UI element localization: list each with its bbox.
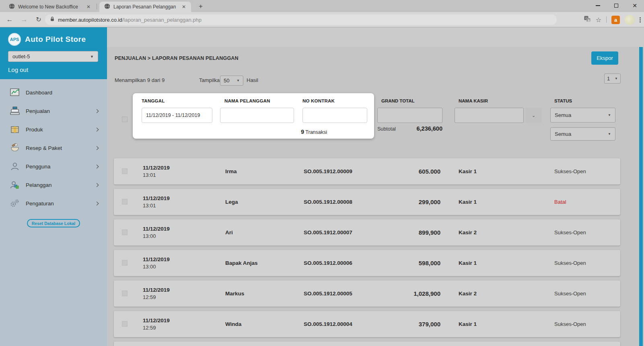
table-row[interactable]: 11/12/2019 13:00 Ari SO.005.1912.00007 8…: [114, 219, 620, 246]
page-number-select[interactable]: 1 ▼: [604, 74, 621, 84]
row-checkbox[interactable]: [122, 321, 128, 327]
row-checkbox[interactable]: [122, 229, 128, 235]
cell-grand-total: 605.000: [375, 158, 440, 184]
outlet-select-value: outlet-5: [12, 53, 30, 59]
table-row[interactable]: 11/12/2019 13:01 Irma SO.005.1912.00009 …: [114, 158, 620, 184]
select-all-checkbox[interactable]: [122, 117, 128, 122]
browser-menu-icon[interactable]: [640, 17, 641, 23]
table-row[interactable]: 11/12/2019 12:59 Winda SO.005.1912.00004…: [114, 311, 620, 337]
cashier-name-input[interactable]: [455, 108, 524, 123]
aps-logo-icon: APS: [8, 33, 21, 46]
table-row[interactable]: 11/12/2019 13:00 Bapak Anjas SO.005.1912…: [114, 250, 620, 276]
page-scrollbar[interactable]: [639, 47, 643, 346]
column-header-nama-pelanggan: NAMA PELANGGAN: [224, 98, 270, 103]
outlet-select[interactable]: outlet-5 ▼: [8, 51, 98, 62]
reload-button[interactable]: ↻: [34, 15, 43, 25]
forward-button[interactable]: →: [19, 15, 29, 25]
contract-number-input[interactable]: [302, 108, 367, 123]
cell-grand-total: 598,000: [375, 250, 440, 276]
column-header-no-kontrak: NO KONTRAK: [302, 98, 335, 103]
tab-close-icon[interactable]: ✕: [181, 4, 187, 10]
bookmark-star-icon[interactable]: ☆: [596, 16, 601, 24]
order-time: 13:00: [143, 264, 156, 270]
cell-grand-total: 379,000: [375, 311, 440, 337]
mortar-pestle-icon: [9, 143, 21, 153]
extension-icon[interactable]: a: [611, 16, 620, 24]
tab-laporan-pesanan[interactable]: Laporan Pesanan Pelanggan ✕: [99, 2, 191, 12]
cell-cashier: Kasir 2: [459, 280, 477, 307]
cell-status: Sukses-Open: [554, 311, 586, 337]
subtotal-value: 6,236,600: [395, 125, 442, 132]
cashier-dropdown-button[interactable]: ⌄: [525, 108, 542, 123]
orders-table: 11/12/2019 13:01 Irma SO.005.1912.00009 …: [114, 158, 620, 342]
profile-avatar[interactable]: [625, 15, 635, 25]
window-restore-button[interactable]: [607, 0, 625, 11]
window-minimize-button[interactable]: [588, 0, 607, 11]
browser-tab-strip: Welcome to New Backoffice ✕ Laporan Pesa…: [0, 0, 644, 12]
export-button[interactable]: Ekspor: [591, 51, 618, 65]
page-number-value: 1: [607, 76, 610, 82]
transaction-count-number: 9: [301, 129, 304, 135]
cell-grand-total: 899,900: [375, 219, 440, 246]
page-size-label: Tampilkan: [199, 77, 223, 83]
tab-close-icon[interactable]: ✕: [85, 4, 92, 10]
grand-total-input[interactable]: [377, 108, 442, 123]
sidebar-item-penjualan[interactable]: Penjualan: [0, 102, 107, 120]
cell-contract-number: SO.005.1912.00004: [304, 311, 352, 337]
table-row[interactable]: 11/12/2019 13:01 Lega SO.005.1912.00008 …: [114, 189, 620, 215]
sidebar-item-produk[interactable]: Produk: [0, 120, 107, 139]
cell-date: 11/12/2019 12:59: [143, 280, 170, 307]
transaction-count-label: Transaksi: [305, 129, 327, 135]
filter-popup: TANGGAL NAMA PELANGGAN NO KONTRAK 9 Tran…: [133, 93, 374, 139]
order-date: 11/12/2019: [143, 226, 170, 232]
window-close-button[interactable]: ✕: [625, 0, 644, 11]
chevron-down-icon: ▼: [615, 77, 618, 80]
chevron-down-icon: ▼: [237, 79, 240, 82]
customer-name-input[interactable]: [220, 108, 294, 123]
sidebar-item-pelanggan[interactable]: Pelanggan: [0, 176, 107, 194]
logout-link[interactable]: Log out: [8, 66, 99, 73]
sidebar-item-resep-paket[interactable]: Resep & Paket: [0, 139, 107, 157]
row-checkbox[interactable]: [122, 199, 128, 205]
showing-count-text: Menampilkan 9 dari 9: [115, 77, 165, 83]
top-band: [107, 27, 644, 47]
sidebar-item-pengaturan[interactable]: Pengaturan: [0, 194, 107, 213]
back-button[interactable]: ←: [5, 15, 14, 25]
sidebar-item-label: Resep & Paket: [26, 145, 62, 151]
cell-date: 11/12/2019 12:59: [143, 311, 170, 337]
svg-text:あ: あ: [587, 18, 590, 22]
browser-toolbar: ← → ↻ member.autopilotstore.co.id/lapora…: [0, 12, 644, 27]
breadcrumb: PENJUALAN > LAPORAN PESANAN PELANGGAN: [115, 55, 239, 61]
translate-icon[interactable]: Gあ: [584, 16, 591, 24]
cell-customer: Bapak Anjas: [225, 250, 258, 276]
cell-grand-total: 299,000: [375, 189, 440, 215]
column-header-status: STATUS: [554, 98, 572, 103]
cell-grand-total: 1,028,900: [375, 280, 440, 307]
row-checkbox[interactable]: [122, 260, 128, 266]
cell-status: Sukses-Open: [554, 250, 586, 276]
row-checkbox[interactable]: [122, 291, 128, 296]
order-date: 11/12/2019: [143, 195, 170, 201]
subtotal-label: Subtotal: [377, 126, 396, 132]
page-size-value: 50: [224, 78, 229, 84]
date-range-input[interactable]: [142, 108, 212, 123]
row-checkbox[interactable]: [122, 168, 128, 174]
reset-database-button[interactable]: Reset Database Lokal: [27, 219, 80, 227]
chevron-down-icon: ▼: [90, 55, 94, 59]
results-label: Hasil: [247, 77, 258, 83]
address-bar[interactable]: member.autopilotstore.co.id/laporan_pesa…: [45, 14, 557, 25]
status-select-secondary[interactable]: Semua ▼: [550, 127, 615, 141]
cell-status: Batal: [554, 189, 566, 215]
order-time: 13:01: [143, 203, 156, 209]
sidebar-item-dashboard[interactable]: Dashboard: [0, 83, 107, 102]
column-header-grand-total: GRAND TOTAL: [381, 98, 415, 103]
sidebar-item-pengguna[interactable]: Pengguna: [0, 157, 107, 176]
cell-contract-number: SO.005.1912.00007: [304, 219, 352, 246]
page-size-select[interactable]: 50 ▼: [220, 76, 243, 86]
chevron-right-icon: [95, 164, 99, 168]
new-tab-button[interactable]: +: [195, 2, 206, 11]
status-select[interactable]: Semua ▼: [550, 108, 615, 123]
filter-header: TANGGAL NAMA PELANGGAN NO KONTRAK 9 Tran…: [114, 93, 620, 158]
table-row[interactable]: 11/12/2019 12:59 Markus SO.005.1912.0000…: [114, 280, 620, 307]
tab-welcome-backoffice[interactable]: Welcome to New Backoffice ✕: [4, 2, 96, 12]
